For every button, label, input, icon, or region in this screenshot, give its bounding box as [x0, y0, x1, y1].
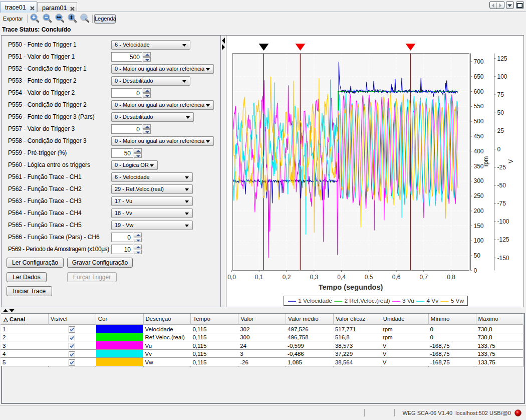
- svg-text:0,4: 0,4: [337, 274, 346, 281]
- svg-text:0,1: 0,1: [255, 274, 264, 281]
- svg-text:400: 400: [474, 148, 484, 155]
- svg-text:0,2: 0,2: [283, 274, 291, 281]
- svg-text:100: 100: [497, 73, 507, 80]
- svg-text:50: 50: [474, 252, 481, 259]
- svg-text:-125: -125: [497, 236, 509, 243]
- svg-text:25: 25: [497, 127, 504, 134]
- svg-text:V: V: [507, 159, 514, 163]
- svg-text:0,3: 0,3: [310, 274, 318, 281]
- svg-text:700: 700: [474, 58, 484, 65]
- svg-text:300: 300: [474, 177, 484, 184]
- svg-text:0,0: 0,0: [227, 274, 236, 281]
- svg-text:75: 75: [497, 91, 504, 98]
- svg-text:200: 200: [474, 207, 484, 215]
- svg-text:-25: -25: [497, 164, 506, 171]
- svg-text:-100: -100: [497, 218, 509, 225]
- svg-text:-50: -50: [497, 182, 506, 189]
- svg-text:0,7: 0,7: [419, 274, 428, 281]
- svg-text:-150: -150: [497, 255, 509, 262]
- svg-text:0,8: 0,8: [447, 274, 455, 281]
- svg-text:100: 100: [474, 237, 484, 244]
- svg-text:450: 450: [474, 133, 484, 140]
- svg-text:150: 150: [474, 223, 484, 230]
- svg-text:250: 250: [474, 192, 484, 199]
- svg-text:0: 0: [474, 267, 477, 274]
- svg-text:600: 600: [474, 88, 484, 95]
- svg-text:0: 0: [497, 146, 501, 153]
- svg-text:0,6: 0,6: [392, 274, 401, 281]
- svg-text:650: 650: [474, 73, 484, 80]
- svg-text:125: 125: [497, 55, 507, 62]
- svg-text:550: 550: [474, 103, 484, 110]
- svg-text:-75: -75: [497, 200, 506, 207]
- svg-text:rpm: rpm: [482, 156, 489, 167]
- svg-text:0,5: 0,5: [365, 274, 373, 281]
- svg-text:Tempo (segundos): Tempo (segundos): [319, 283, 383, 291]
- svg-text:50: 50: [497, 109, 504, 116]
- svg-text:500: 500: [474, 118, 484, 125]
